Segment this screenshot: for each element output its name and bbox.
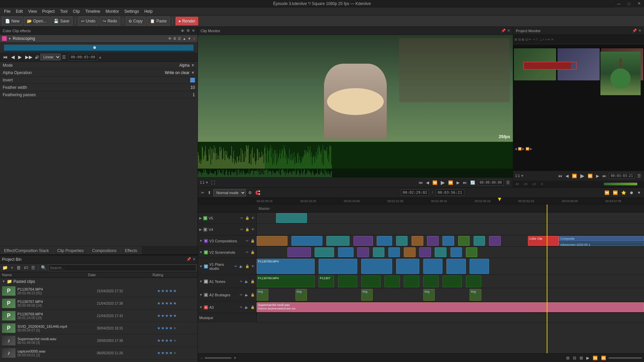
undo-button[interactable]: ↩ Undo (78, 17, 99, 25)
tl-zoom-out-button[interactable]: - (200, 355, 203, 361)
v2-clip-11[interactable] (466, 247, 478, 257)
clip-item[interactable]: ♪Supermarché rondi.wav00:01:49:06 [3]29/… (0, 335, 198, 347)
v1-lock-icon[interactable]: 🔒 (245, 264, 250, 268)
effect-up-icon[interactable]: ▲ (182, 37, 186, 41)
v2-clip-4[interactable] (357, 247, 369, 257)
star-filled[interactable]: ★ (161, 326, 165, 330)
star-filled[interactable]: ★ (157, 326, 161, 330)
menu-item-edit[interactable]: Edit (13, 8, 25, 14)
pm-prev-frame[interactable]: ◀ (565, 173, 570, 179)
mode-dropdown-icon[interactable]: ▼ (191, 63, 195, 68)
a1-clip-3[interactable] (338, 276, 358, 287)
pm-menu[interactable]: ☰ (636, 173, 642, 179)
menu-item-file[interactable]: File (1, 8, 13, 14)
pm-play[interactable]: ▶ (579, 172, 585, 179)
star-filled[interactable]: ★ (165, 289, 169, 293)
a2-ting-4[interactable]: ting (423, 289, 435, 301)
clip-item[interactable]: ♪capture0000.wav00:00:03:01 [2]06/05/202… (0, 347, 198, 359)
star-filled[interactable]: ★ (169, 301, 173, 306)
tl-mark-out[interactable]: ⏩ (612, 190, 619, 195)
a2-lock-icon[interactable]: 🔒 (250, 293, 255, 297)
effect-config-icon[interactable]: ⚙ (173, 37, 176, 41)
a3-pencil-icon[interactable]: ✏ (239, 305, 243, 309)
v3-clip-10[interactable] (458, 236, 470, 246)
a1-clip-main[interactable]: P1130769.MP4 (257, 276, 315, 287)
star-filled[interactable]: ★ (157, 301, 161, 306)
effect-color-button[interactable] (2, 36, 7, 41)
a1-mute-icon[interactable]: 🔈 (244, 279, 249, 284)
v2-clip-8[interactable] (419, 247, 431, 257)
v3-lock-icon[interactable]: 🔒 (250, 239, 255, 243)
star-filled[interactable]: ★ (169, 338, 173, 343)
a1-clip-9[interactable] (466, 276, 481, 287)
star-filled[interactable]: ★ (161, 289, 165, 293)
tab-effect-composition-stack[interactable]: Effect/Composition Stack (0, 247, 53, 254)
star-filled[interactable]: ★ (165, 338, 169, 343)
tl-zoom-in-button[interactable]: + (233, 355, 237, 361)
effect-eye-icon[interactable]: 👁 (168, 37, 172, 41)
v5-clip-1[interactable] (276, 213, 307, 223)
tab-compositions[interactable]: Compositions (88, 247, 121, 254)
v5-eye-icon[interactable]: 👁 (251, 216, 255, 220)
star-filled[interactable]: ★ (161, 351, 165, 355)
v1-p1130769-clip[interactable]: P1130769.MP4 (257, 259, 315, 274)
rotoscoping-effect-item[interactable]: ▼ Rotoscoping 👁 ⚙ ☰ ▲ ▼ ✕ (0, 35, 198, 43)
v2-pencil-icon[interactable]: ✏ (246, 250, 249, 254)
new-folder-button[interactable]: 📁 (1, 265, 9, 270)
clip-monitor-close-icon[interactable]: ✕ (507, 28, 510, 33)
project-monitor-close-icon[interactable]: ✕ (638, 28, 641, 33)
copy-button[interactable]: ⧉ Copy (126, 17, 146, 25)
eye-icon[interactable]: 👁 (181, 29, 184, 33)
tag-button[interactable]: 🏷 (23, 265, 29, 270)
menu-item-timeline[interactable]: Timeline (83, 8, 103, 14)
star-filled[interactable]: ★ (161, 313, 165, 318)
tl-lift-button[interactable]: ⬆ (207, 190, 212, 195)
v3-clip-6[interactable] (396, 236, 408, 246)
clip-item[interactable]: PP1130767.MP400:00:48:00 [14]21/04/2020 … (0, 297, 198, 310)
star-filled[interactable]: ★ (161, 301, 165, 306)
v5-expand[interactable]: ▶ (199, 216, 202, 220)
v1-clip-7[interactable] (470, 259, 489, 274)
tl-favorites[interactable]: ⭐ (620, 190, 627, 195)
skip-start-button[interactable]: ⏮ (2, 54, 9, 60)
v4-eye-icon[interactable]: 👁 (251, 227, 255, 232)
v3-clip-12[interactable] (489, 236, 501, 246)
v2-clip-7[interactable] (404, 247, 416, 257)
a1-lock-icon[interactable]: 🔒 (250, 279, 255, 284)
tab-clip-properties[interactable]: Clip Properties (53, 247, 88, 254)
prev-frame-button[interactable]: ◀ (10, 54, 16, 60)
v2-clip-5[interactable] (373, 247, 385, 257)
paste-button[interactable]: 📋 Paste (147, 17, 170, 25)
a2-pencil-icon[interactable]: ✏ (239, 293, 243, 297)
skip-start-monitor-btn[interactable]: ⏮ (418, 180, 424, 185)
delete-clip-button[interactable]: 🗑 (15, 265, 22, 270)
v3-clip-4[interactable] (354, 236, 373, 246)
v4-pencil-icon[interactable]: ✏ (240, 227, 244, 232)
forward-monitor-btn[interactable]: ⏩ (447, 180, 454, 185)
tl-bottom-btn-2[interactable]: ⊟ (572, 355, 577, 361)
alpha-op-dropdown-icon[interactable]: ▼ (191, 70, 195, 75)
pm-next-frame[interactable]: ▶ (595, 173, 600, 179)
redo-button[interactable]: ↪ Redo (100, 17, 120, 25)
options-icon[interactable]: ☰ (62, 55, 66, 60)
tl-bottom-btn-4[interactable]: ▶ (585, 355, 590, 361)
color-clip[interactable]: Color Clip (528, 236, 559, 246)
settings-icon[interactable]: ⚙ (186, 28, 190, 33)
a2-expand[interactable]: ▼ (199, 293, 203, 297)
invert-checkbox[interactable] (190, 78, 195, 82)
vokoscreen-clip[interactable]: vokoscreen-2020-05-1 (559, 242, 644, 246)
a1-expand[interactable]: ▼ (199, 280, 203, 283)
pasted-clips-folder[interactable]: ▼ 📁 Pasted clips (0, 278, 198, 285)
v1-expand[interactable]: ▼ (199, 264, 203, 268)
interpolation-select[interactable]: Linear (40, 54, 61, 60)
star-filled[interactable]: ★ (157, 289, 161, 293)
v1-mute-icon[interactable]: 🔈 (239, 264, 244, 268)
v1-eye-icon[interactable]: 👁 (251, 264, 255, 268)
monitor-menu-btn[interactable]: ☰ (505, 180, 511, 185)
project-bin-pin-icon[interactable]: 📌 (186, 257, 191, 261)
effect-down-icon[interactable]: ▼ (187, 37, 191, 41)
star-filled[interactable]: ★ (169, 313, 173, 318)
v2-clip-9[interactable] (435, 247, 446, 257)
star-filled[interactable]: ★ (169, 289, 173, 293)
next-frame-monitor-btn[interactable]: ▶ (455, 180, 461, 185)
